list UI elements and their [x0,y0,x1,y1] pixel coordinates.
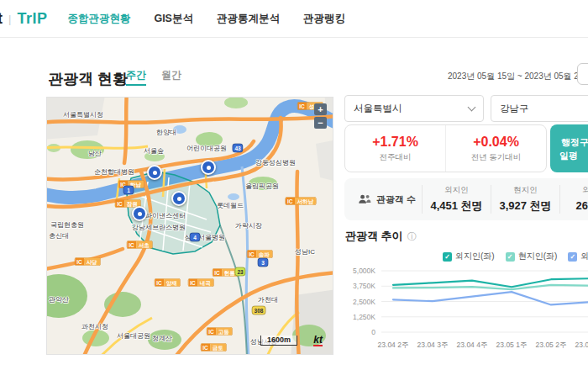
app-window: t | TrIP 종합관광현황 GIS분석 관광통계분석 관광랭킹 관광객 현황… [0,0,588,370]
zoom-in-button[interactable]: + [314,103,327,115]
map-label: 강남세브란스병원 [132,223,186,232]
map-label: 국립현충원 [50,220,84,230]
main-nav: 종합관광현황 GIS분석 관광통계분석 관광랭킹 [67,12,345,26]
visitor-col-outsider: 외지인 4,451 천명 [422,185,491,214]
map-label: 어린이대공원 [186,144,227,153]
svg-text:23.05 1주: 23.05 1주 [496,341,528,349]
svg-text:1,250K: 1,250K [353,313,375,321]
visitor-col-local: 현지인 3,927 천명 [491,185,559,214]
svg-text:2,500K: 2,500K [353,298,375,306]
date-range-label: 2023년 05월 15일 ~ 2023년 05월 21일 [448,71,588,82]
page-title: 관광객 현황 [48,69,128,89]
legend-checkbox[interactable]: ✓ [506,252,515,262]
map-label: 관악산 [49,295,69,304]
nav-item-ranking[interactable]: 관광랭킹 [303,12,345,26]
map-label: 남산 [88,149,102,158]
visitor-count-label: 관광객 수 [344,193,422,206]
map-label: 가천대 [258,295,278,304]
chevron-down-icon [468,103,476,112]
svg-text:23.05 2주: 23.05 2주 [536,341,567,349]
map-overlay: 서울특별시청남산순천향대병원한양대서울숲어린이대공원강동성심병원올림픽공원롯데월… [47,98,333,354]
trend-chart-svg: 01,250K2,500K3,750K5,000K23.04 2주23.04 3… [344,261,588,355]
top-nav-bar: t | TrIP 종합관광현황 GIS분석 관광통계분석 관광랭킹 [0,0,588,38]
nav-item-overview[interactable]: 종합관광현황 [67,12,130,26]
ic-badge: IC내곡 [188,279,213,287]
stat-value: +1.71% [372,135,418,150]
map-label: 성남IC [295,247,315,256]
people-icon [358,193,371,205]
map-label: 과천시청 [81,322,108,331]
city-select[interactable]: 서울특별시 [344,95,484,122]
stat-week-over-week: +1.71% 전주대비 [345,125,445,172]
trend-chart: 01,250K2,500K3,750K5,000K23.04 2주23.04 3… [344,261,588,355]
road-shield: 3 [258,258,269,267]
map-label: 강동성심병원 [255,158,296,167]
road-shield: 43 [232,144,243,153]
map-marker-pin[interactable] [147,165,162,180]
map-scale-bar: 1600m [260,336,297,346]
zoom-out-button[interactable]: − [314,117,327,129]
logo-kt-fragment: t [0,10,3,28]
road-shield: 1 [123,186,134,195]
stat-label: 전주대비 [380,152,412,163]
map-label: 총신대 [49,231,69,240]
tab-weekly[interactable]: 주간 [126,68,146,86]
map-marker-pin[interactable] [171,191,186,206]
ic-badge: IC양재 [155,279,180,287]
svg-text:5,000K: 5,000K [353,267,375,275]
stat-value: +0.04% [473,135,519,150]
map-label: 순천향대병원 [94,167,134,177]
map-label: 롯데월드 [217,201,244,210]
map-marker-pin[interactable] [132,206,147,221]
map[interactable]: 서울특별시청남산순천향대병원한양대서울숲어린이대공원강동성심병원올림픽공원롯데월… [46,97,333,355]
district-average-button[interactable]: 행정구 일평 [550,124,588,172]
svg-text:23.04 3주: 23.04 3주 [417,341,449,349]
button-line1: 행정구 [561,137,588,147]
svg-text:0: 0 [371,328,375,336]
map-label: 서울특별시청 [63,110,103,119]
logo-divider: | [8,13,11,25]
button-line2: 일평 [559,151,578,161]
tab-monthly[interactable]: 월간 [161,68,181,86]
district-select[interactable]: 강남구 [491,95,588,122]
map-label: 올림픽공원 [245,182,279,191]
date-picker-button[interactable] [577,63,588,85]
road-shield: 308 [252,306,266,315]
info-icon[interactable]: ⓘ [407,230,417,243]
svg-text:3,750K: 3,750K [353,282,375,290]
visitor-summary-card: 관광객 수 외지인 4,451 천명 현지인 3,927 천명 외국인 26 천… [344,178,588,220]
road-shield: 23 [234,267,245,277]
map-zoom-control: + − [314,103,327,129]
nav-item-gis[interactable]: GIS분석 [154,12,193,26]
map-label: 서울숲 [144,146,164,156]
map-label: 청계산 [152,334,172,343]
ic-badge: IC고등 [207,328,232,336]
visitor-col-foreigner: 외국인 26 천명 [559,185,588,214]
stat-year-over-year: +0.04% 전년 동기대비 [445,125,546,172]
kt-logo: kt [313,335,323,346]
map-label: 한양대 [156,128,176,137]
svg-text:23.04 4주: 23.04 4주 [457,341,488,349]
city-select-value: 서울특별시 [354,103,402,115]
map-label: 서울대공원 [117,331,150,341]
svg-text:23.04 2주: 23.04 2주 [378,341,409,349]
ic-badge: IC헌릉 [213,269,238,277]
stat-label: 전년 동기대비 [471,152,522,163]
ic-badge: IC금토 [201,344,226,352]
legend-checkbox[interactable]: ✓ [568,252,577,262]
logo-trip: TrIP [17,10,47,28]
ic-badge: IC사당 [75,258,100,266]
svg-text:23.05 3주: 23.05 3주 [575,341,588,349]
ic-badge: IC서초 [127,241,152,249]
map-label: 가락시장 [235,221,262,230]
map-marker-pin[interactable] [201,160,216,175]
ic-badge: IC송파 [247,251,272,258]
nav-item-statistics[interactable]: 관광통계분석 [217,12,280,26]
ic-badge: IC서하남 [286,198,316,205]
legend-checkbox[interactable]: ✓ [443,252,452,262]
logo: t | TrIP [0,10,47,28]
road-shield: 4 [190,233,201,242]
chart-title: 관광객 추이 ⓘ [345,229,417,244]
stats-card: +1.71% 전주대비 +0.04% 전년 동기대비 [344,124,547,172]
period-tabs: 주간 월간 [126,68,181,86]
